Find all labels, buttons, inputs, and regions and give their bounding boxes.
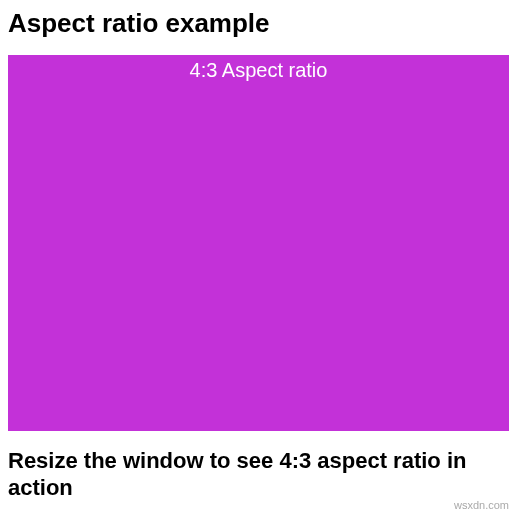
page-title: Aspect ratio example (0, 0, 517, 55)
aspect-ratio-label: 4:3 Aspect ratio (8, 59, 509, 82)
watermark: wsxdn.com (454, 499, 509, 511)
instruction-text: Resize the window to see 4:3 aspect rati… (0, 431, 517, 510)
aspect-ratio-box: 4:3 Aspect ratio (8, 55, 509, 431)
